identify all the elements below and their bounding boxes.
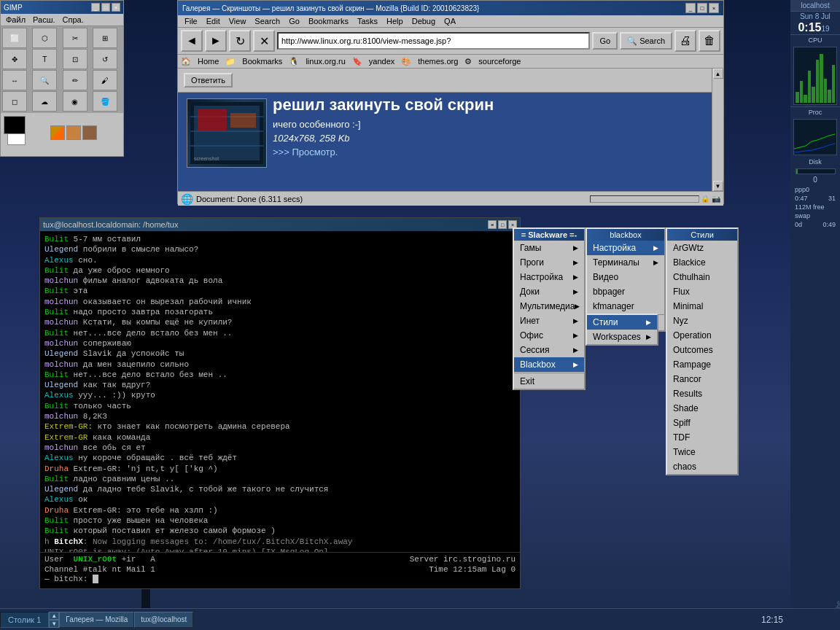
stili-item-operation[interactable]: Operation <box>667 328 737 343</box>
stili-item-spiff[interactable]: Spiff <box>667 416 737 430</box>
gimp-menu-help[interactable]: Спра. <box>59 15 88 25</box>
stili-item-nyz[interactable]: Nyz <box>667 314 737 328</box>
menu-item-office[interactable]: Офис ▶ <box>514 328 584 343</box>
menu-item-multimedia[interactable]: Мультимедиа ▶ <box>514 299 584 314</box>
t-user-1: Ulegend <box>44 245 78 254</box>
bookmark-themes[interactable]: themes.org <box>414 56 462 66</box>
browser-minimize-btn[interactable]: _ <box>685 3 696 13</box>
article-link[interactable]: >>> Просмотр. <box>273 147 338 158</box>
bookmark-home[interactable]: Home <box>194 56 222 66</box>
browser-scroll-up-btn[interactable]: ▲ <box>713 69 723 79</box>
stili-item-blackice[interactable]: Blackice <box>667 255 737 270</box>
browser-maximize-btn[interactable]: □ <box>697 3 707 13</box>
menu-item-exit[interactable]: Exit <box>514 374 584 389</box>
browser-menu-search[interactable]: Search <box>250 16 284 26</box>
browser-print-btn[interactable]: 🖨 <box>674 30 696 52</box>
gimp-swatch-2[interactable] <box>66 125 81 140</box>
search-icon: 🔍 <box>627 36 637 46</box>
gimp-tool-move[interactable]: ✥ <box>2 49 27 69</box>
gimp-tool-magic[interactable]: ⊞ <box>93 28 117 48</box>
stili-item-tdf[interactable]: TDF <box>667 430 737 445</box>
terminal-menu-btn[interactable]: ≡ <box>488 220 497 229</box>
browser-stop-btn[interactable]: ✕ <box>253 30 275 52</box>
browser-menu-bookmarks[interactable]: Bookmarks <box>304 16 353 26</box>
taskbar-arrow-down[interactable]: ▼ <box>49 620 59 628</box>
menu-item-prog[interactable]: Проги ▶ <box>514 255 584 270</box>
gimp-tool-paint[interactable]: 🖌 <box>93 70 117 90</box>
gimp-tool-pencil[interactable]: ✏ <box>63 70 88 90</box>
stili-item-twice[interactable]: Twice <box>667 445 737 459</box>
browser-search-button[interactable]: 🔍 Search <box>620 32 672 50</box>
blackbox-menu-item-terms[interactable]: Терминалы ▶ <box>587 255 664 270</box>
browser-go-button[interactable]: Go <box>592 32 618 50</box>
gimp-tool-crop[interactable]: ⊡ <box>63 49 88 69</box>
menu-item-inet[interactable]: Инет ▶ <box>514 314 584 328</box>
gimp-tool-bucket[interactable]: 🪣 <box>93 91 117 112</box>
gimp-minimize-btn[interactable]: _ <box>91 3 100 12</box>
stili-item-chaos[interactable]: chaos <box>667 459 737 474</box>
stili-item-rampage[interactable]: Rampage <box>667 357 737 372</box>
gimp-tool-rotate[interactable]: ↺ <box>93 49 117 69</box>
blackbox-menu-item-bbpager[interactable]: bbpager <box>587 284 664 299</box>
gimp-tool-zoom[interactable]: 🔍 <box>32 70 57 90</box>
bookmark-yandex[interactable]: yandex <box>365 56 398 66</box>
blackbox-menu-item-video[interactable]: Видео <box>587 270 664 284</box>
stili-item-cthulhain[interactable]: Cthulhain <box>667 270 737 284</box>
menu-item-blackbox[interactable]: Blackbox ▶ <box>514 357 584 372</box>
taskbar-task-browser[interactable]: Галерея — Mozilla <box>59 612 134 628</box>
gimp-tool-clone[interactable]: ◉ <box>63 91 88 112</box>
browser-scroll-down-btn[interactable]: ▼ <box>713 181 723 191</box>
terminal-maximize-btn[interactable]: □ <box>498 220 507 229</box>
browser-close-btn[interactable]: × <box>709 3 719 13</box>
menu-item-games[interactable]: Гамы ▶ <box>514 241 584 255</box>
stili-item-rancor[interactable]: Rancor <box>667 372 737 386</box>
stili-item-flux[interactable]: Flux <box>667 284 737 299</box>
nastrojka-menu-item-ws[interactable]: Workspaces ▶ <box>587 330 657 344</box>
gimp-swatch-1[interactable] <box>50 125 65 140</box>
blackbox-menu-item-kfm[interactable]: kfmanager <box>587 299 664 314</box>
menu-item-settings[interactable]: Настройка ▶ <box>514 270 584 284</box>
browser-menu-edit[interactable]: Edit <box>202 16 225 26</box>
taskbar-arrow-up[interactable]: ▲ <box>49 612 59 620</box>
browser-menu-help[interactable]: Help <box>382 16 408 26</box>
gimp-menu-file[interactable]: Файл <box>2 15 29 25</box>
bookmark-sourceforge[interactable]: sourceforge <box>475 56 524 66</box>
gimp-tool-lasso[interactable]: ✂ <box>63 28 88 48</box>
browser-reload-btn[interactable]: ↻ <box>229 30 251 52</box>
gimp-tool-eraser[interactable]: ◻ <box>2 91 27 112</box>
stili-item-outcomes[interactable]: Outcomes <box>667 343 737 357</box>
stili-item-shade[interactable]: Shade <box>667 401 737 416</box>
bookmark-linux[interactable]: linux.org.ru <box>302 56 349 66</box>
blackbox-menu-item-settings[interactable]: Настройка ▶ <box>587 241 664 255</box>
gimp-close-btn[interactable]: × <box>112 3 120 12</box>
taskbar-task-terminal[interactable]: tux@localhost <box>134 612 193 628</box>
reply-button[interactable]: Ответить <box>184 73 233 88</box>
browser-menu-go[interactable]: Go <box>284 16 304 26</box>
menu-item-docs[interactable]: Доки ▶ <box>514 284 584 299</box>
menu-item-session[interactable]: Сессия ▶ <box>514 343 584 357</box>
stili-item-results[interactable]: Results <box>667 386 737 401</box>
gimp-menu-edit[interactable]: Расш. <box>29 15 58 25</box>
gimp-tool-text[interactable]: T <box>32 49 57 69</box>
cpu-bar-5 <box>812 87 815 103</box>
gimp-fg-color[interactable] <box>4 116 26 134</box>
gimp-maximize-btn[interactable]: □ <box>101 3 110 12</box>
browser-url-input[interactable] <box>277 32 590 50</box>
stili-item-argwtz[interactable]: ArGWtz <box>667 241 737 255</box>
browser-menu-file[interactable]: File <box>180 16 202 26</box>
browser-menu-view[interactable]: View <box>225 16 251 26</box>
browser-trash-btn[interactable]: 🗑 <box>699 30 720 52</box>
bookmark-bookmarks[interactable]: Bookmarks <box>238 56 286 66</box>
gimp-tool-flip[interactable]: ↔ <box>2 70 27 90</box>
browser-forward-btn[interactable]: ► <box>205 30 227 52</box>
browser-menu-tasks[interactable]: Tasks <box>353 16 382 26</box>
nastrojka-menu-item-stili[interactable]: Стили ▶ <box>587 315 657 330</box>
gimp-tool-airbrush[interactable]: ☁ <box>32 91 57 112</box>
browser-menu-debug[interactable]: Debug <box>408 16 440 26</box>
stili-item-minimal[interactable]: Minimal <box>667 299 737 314</box>
gimp-tool-ellipse[interactable]: ⬡ <box>32 28 57 48</box>
gimp-tool-rect[interactable]: ⬜ <box>2 28 27 48</box>
browser-back-btn[interactable]: ◄ <box>181 30 203 52</box>
browser-menu-qa[interactable]: QA <box>440 16 460 26</box>
gimp-swatch-3[interactable] <box>82 125 97 140</box>
